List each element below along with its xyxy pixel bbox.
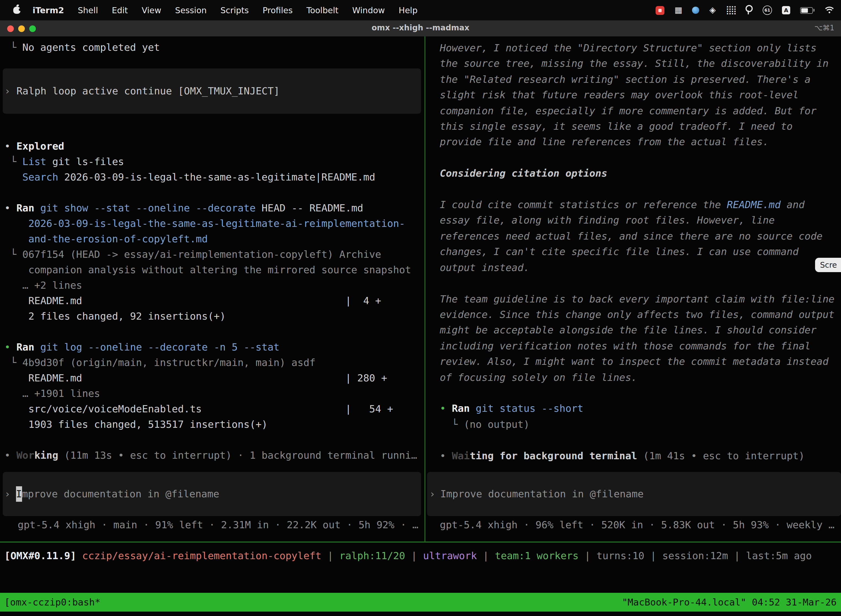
- terminal-line: 1903 files changed, 513517 insertions(+): [4, 417, 424, 432]
- terminal-line: README.md | 4 +: [4, 293, 424, 308]
- terminal-line: [OMX#0.11.9] cczip/essay/ai-reimplementa…: [4, 548, 812, 563]
- battery-icon[interactable]: [800, 7, 813, 13]
- window-title: omx --xhigh --madmax: [0, 23, 841, 32]
- pinwheel-app-icon[interactable]: ◈: [709, 6, 716, 14]
- terminal-line: [4, 432, 424, 448]
- terminal-line: • Ran git show --stat --oneline --decora…: [4, 200, 424, 216]
- terminal-cursor: I: [16, 486, 22, 502]
- grid-app-icon[interactable]: ▦: [675, 6, 682, 14]
- terminal-line: changes, I can't cite specific file line…: [440, 244, 841, 260]
- input-source-icon[interactable]: A: [782, 6, 790, 14]
- terminal-line: However, I noticed the "Directory Struct…: [440, 40, 841, 56]
- menu-item-help[interactable]: Help: [399, 5, 418, 15]
- terminal-line: the "Related research writing" section i…: [440, 72, 841, 88]
- right-terminal-pane[interactable]: However, I noticed the "Directory Struct…: [425, 37, 841, 541]
- terminal-line: companion file, especially if more comme…: [440, 103, 841, 119]
- menu-item-shell[interactable]: Shell: [78, 5, 98, 15]
- menu-item-session[interactable]: Session: [175, 5, 207, 15]
- terminal-line: 2026-03-09-is-legal-the-same-as-legitima…: [4, 216, 424, 231]
- prompt-chevron-icon: ›: [4, 84, 10, 99]
- screen: iTerm2ShellEditViewSessionScriptsProfile…: [0, 0, 841, 616]
- terminal-line: evidence. Since this change only affects…: [440, 307, 841, 323]
- terminal-line: the source tree, missing the essay. Stil…: [440, 56, 841, 72]
- terminal-line: src/voice/voiceModeEnabled.ts | 54 +: [4, 401, 424, 417]
- terminal-line: slight risk that future readers may over…: [440, 87, 841, 103]
- wifi-icon[interactable]: [825, 7, 834, 14]
- apple-menu-icon[interactable]: [13, 7, 21, 14]
- model-status-left: gpt-5.4 xhigh · main · 91% left · 2.31M …: [18, 517, 418, 532]
- tmux-status-bar: [omx-cczip0:bash* "MacBook-Pro-44.local"…: [0, 593, 841, 612]
- screen-recording-indicator-icon[interactable]: [656, 6, 665, 15]
- terminal-line: might be acceptable alongside the file l…: [440, 323, 841, 338]
- menu-item-scripts[interactable]: Scripts: [220, 5, 249, 15]
- inject-banner-text: Ralph loop active continue [OMX_TMUX_INJ…: [16, 84, 280, 99]
- terminal-line: review. Also, I might want to inspect th…: [440, 354, 841, 370]
- menu-bar: iTerm2ShellEditViewSessionScriptsProfile…: [0, 0, 841, 21]
- terminal-line: • Explored: [4, 139, 424, 154]
- terminal-line: └ 4b9d30f (origin/main, instructkr/main,…: [4, 355, 424, 370]
- terminal-line: and-the-erosion-of-copyleft.md: [4, 231, 424, 247]
- menu-items: iTerm2ShellEditViewSessionScriptsProfile…: [32, 5, 418, 15]
- menu-item-edit[interactable]: Edit: [112, 5, 128, 15]
- terminal-line: output instead.: [440, 260, 841, 276]
- window-shortcut-badge: ⌥⌘1: [814, 24, 834, 32]
- terminal-line: I could cite commit statistics or refere…: [440, 197, 841, 213]
- terminal-line: … +2 lines: [4, 278, 424, 293]
- menu-item-view[interactable]: View: [142, 5, 161, 15]
- terminal-line: Considering citation options: [440, 166, 841, 182]
- terminal-line: README.md | 280 +: [4, 370, 424, 386]
- pane-border-bottom: [0, 541, 841, 543]
- terminal-line: • Ran git log --oneline --decorate -n 5 …: [4, 339, 424, 355]
- prompt-chevron-icon: ›: [4, 486, 10, 502]
- agent-transcript-left: • Explored └ List git ls-files Search 20…: [4, 139, 424, 463]
- key-icon[interactable]: [746, 5, 753, 12]
- terminal-line: Search 2026-03-09-is-legal-the-same-as-l…: [4, 169, 424, 185]
- inject-banner: › Ralph loop active continue [OMX_TMUX_I…: [3, 69, 421, 114]
- terminal-line: The team guideline is to back every impo…: [440, 291, 841, 307]
- terminal-line: [4, 185, 424, 200]
- menu-item-profiles[interactable]: Profiles: [263, 5, 293, 15]
- left-terminal-pane[interactable]: └ No agents completed yet › Ralph loop a…: [0, 37, 424, 541]
- terminal-line: └ (no output): [440, 417, 841, 433]
- screen-share-button[interactable]: Scre: [815, 258, 841, 272]
- terminal-line: [4, 324, 424, 339]
- input-placeholder: mprove documentation in @filename: [22, 486, 219, 502]
- window-title-bar[interactable]: omx --xhigh --madmax ⌥⌘1: [0, 21, 841, 37]
- agent-status-lines: └ No agents completed yet: [4, 40, 424, 55]
- terminal-line: companion analysis without altering the …: [4, 262, 424, 278]
- terminal-line: [440, 385, 841, 401]
- terminal-line: of focusing solely on file lines.: [440, 370, 841, 385]
- terminal-line: • Working (11m 13s • esc to interrupt) ·…: [4, 448, 424, 463]
- terminal-line: • Ran git status --short: [440, 401, 841, 417]
- terminal-line: └ List git ls-files: [4, 154, 424, 169]
- input-placeholder: Improve documentation in @filename: [440, 486, 644, 502]
- terminal-line: [440, 181, 841, 197]
- terminal-line: … +1901 lines: [4, 386, 424, 401]
- prompt-chevron-icon: ›: [429, 486, 435, 502]
- terminal-line: essay file, along with finding root file…: [440, 213, 841, 229]
- terminal-line: [440, 150, 841, 166]
- menu-item-window[interactable]: Window: [352, 5, 385, 15]
- terminal-line: [440, 432, 841, 448]
- prompt-input-left[interactable]: › I mprove documentation in @filename: [3, 472, 421, 516]
- terminal-line: └ 067f154 (HEAD -> essay/ai-reimplementa…: [4, 247, 424, 262]
- dots-grid-icon[interactable]: ⣿⣿: [726, 6, 736, 14]
- menu-item-iterm2[interactable]: iTerm2: [32, 5, 64, 15]
- droplet-app-icon[interactable]: [692, 7, 699, 14]
- menu-item-toolbelt[interactable]: Toolbelt: [306, 5, 338, 15]
- terminal-line: provide file and line references from th…: [440, 134, 841, 150]
- model-status-right: gpt-5.4 xhigh · 96% left · 520K in · 5.8…: [440, 517, 835, 532]
- tmux-host-clock: "MacBook-Pro-44.local" 04:52 31-Mar-26: [622, 597, 837, 608]
- menu-bar-status-icons: ▦ ◈ ⣿⣿ 61 A: [656, 5, 834, 16]
- terminal-line: [440, 276, 841, 291]
- gauge-61-icon[interactable]: 61: [763, 6, 772, 15]
- terminal-line: • Waiting for background terminal (1m 41…: [440, 448, 841, 463]
- tmux-session-label: [omx-cczip0:bash*: [4, 597, 100, 608]
- terminal-line: └ No agents completed yet: [4, 40, 424, 55]
- terminal-line: including verification notes with those …: [440, 338, 841, 354]
- terminal-line: this single essay, it seems like a good …: [440, 119, 841, 134]
- terminal-line: 2 files changed, 92 insertions(+): [4, 308, 424, 324]
- agent-transcript-right: However, I noticed the "Directory Struct…: [440, 40, 841, 463]
- prompt-input-right[interactable]: › Improve documentation in @filename: [427, 472, 841, 516]
- terminal-line: references need actual files, and since …: [440, 229, 841, 244]
